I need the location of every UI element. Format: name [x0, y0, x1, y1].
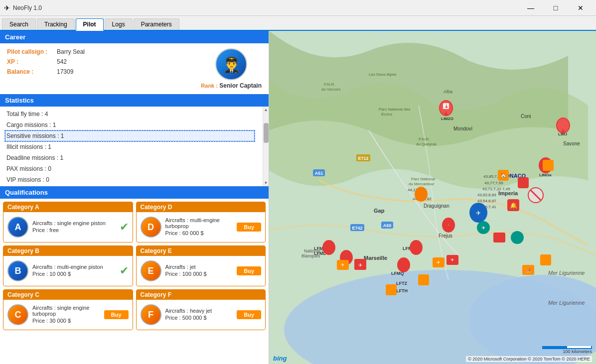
- stat-row[interactable]: Illicit missions : 1: [5, 141, 255, 152]
- svg-text:43,62;6,83: 43,62;6,83: [477, 193, 496, 197]
- category-c-buy-button[interactable]: Buy: [104, 310, 129, 319]
- svg-text:Parc National: Parc National: [411, 177, 435, 181]
- svg-text:A50: A50: [383, 223, 392, 228]
- tab-bar: Search Tracking Pilot Logs Parameters: [0, 16, 596, 31]
- svg-text:E742: E742: [352, 226, 362, 231]
- category-d-text: Aircrafts : multi-engine turboprop Price…: [165, 217, 233, 237]
- category-e-buy-button[interactable]: Buy: [237, 266, 261, 275]
- map-attribution: © 2020 Microsoft Corporation © 2020 TomT…: [466, 356, 592, 362]
- category-d-icon: D: [141, 217, 161, 238]
- category-b-owned-icon: ✔: [120, 264, 129, 277]
- map-area[interactable]: Gap Mondovì Imperia MONACO Savone Coni A…: [269, 31, 596, 364]
- svg-text:🗼: 🗼: [444, 103, 449, 109]
- svg-text:43,71;7,22 7,45: 43,71;7,22 7,45: [482, 187, 510, 191]
- career-section: Pilot callsign : Barry Seal XP : 542 Bal…: [0, 43, 269, 94]
- svg-text:Les Deux Alpes: Les Deux Alpes: [369, 72, 397, 77]
- svg-text:Marseille: Marseille: [364, 255, 387, 261]
- tab-logs[interactable]: Logs: [105, 18, 133, 30]
- stats-scrollbar[interactable]: ▲ ▼: [263, 107, 269, 186]
- svg-text:Gap: Gap: [374, 208, 385, 214]
- career-section-header: Career: [0, 31, 269, 43]
- category-f-card: Category F F Aircrafts : heavy jet Price…: [136, 289, 266, 330]
- avatar-area: 👨‍✈️ Rank : Senior Captain: [201, 48, 262, 89]
- svg-text:✈: ✈: [358, 262, 362, 268]
- svg-text:🏠: 🏠: [500, 172, 507, 179]
- tab-pilot[interactable]: Pilot: [76, 18, 104, 31]
- balance-value: 17309: [57, 68, 73, 75]
- category-b-card: Category B B Aircrafts : multi-engine pi…: [3, 245, 133, 286]
- close-button[interactable]: ✕: [569, 0, 592, 16]
- category-a-card: Category A A Aircrafts : single engine p…: [3, 202, 133, 243]
- category-a-header: Category A: [3, 202, 133, 212]
- rank-area: Rank : Senior Captain: [201, 82, 262, 89]
- svg-text:P.N.R.: P.N.R.: [324, 82, 335, 87]
- category-e-icon: E: [141, 260, 161, 281]
- category-a-actions: ✔: [120, 221, 129, 234]
- stat-row[interactable]: PAX missions : 0: [5, 163, 255, 174]
- stat-row[interactable]: Secret pax missions : 0: [5, 185, 255, 186]
- category-d-buy-button[interactable]: Buy: [237, 223, 261, 232]
- maximize-button[interactable]: □: [544, 0, 567, 16]
- avatar-icon: 👨‍✈️: [222, 56, 241, 73]
- xp-label: XP :: [7, 58, 57, 65]
- svg-text:Alba: Alba: [444, 89, 452, 94]
- title-bar: ✈ NeoFly 1.0 — □ ✕: [0, 0, 596, 16]
- svg-text:LFTZ: LFTZ: [396, 281, 407, 286]
- category-e-text: Aircrafts : jet Price : 100 000 $: [165, 264, 233, 278]
- pilot-avatar: 👨‍✈️: [215, 48, 247, 80]
- category-a-icon: A: [7, 217, 28, 238]
- map-svg: Gap Mondovì Imperia MONACO Savone Coni A…: [269, 31, 596, 364]
- tab-parameters[interactable]: Parameters: [134, 18, 179, 30]
- category-d-actions: Buy: [237, 223, 261, 232]
- category-d-price: Price : 60 000 $: [165, 230, 233, 236]
- stat-row[interactable]: VIP missions : 0: [5, 174, 255, 185]
- svg-text:✈: ✈: [481, 225, 485, 231]
- svg-rect-84: [543, 160, 554, 171]
- category-d-header: Category D: [137, 202, 266, 212]
- app-title: NeoFly 1.0: [13, 4, 519, 11]
- main-layout: Career Pilot callsign : Barry Seal XP : …: [0, 31, 596, 364]
- svg-text:du Mercantour: du Mercantour: [409, 182, 435, 186]
- category-a-price: Price : free: [32, 227, 116, 233]
- svg-text:⛵: ⛵: [526, 267, 532, 273]
- svg-text:LFTH: LFTH: [396, 288, 408, 293]
- svg-text:🗼: 🗼: [446, 223, 452, 229]
- svg-text:Mer Ligurienne: Mer Ligurienne: [548, 270, 585, 276]
- svg-text:43,77;7,69: 43,77;7,69: [484, 181, 503, 185]
- svg-text:LIMJ: LIMJ: [558, 132, 567, 136]
- scale-label: 100 kilometers: [563, 349, 592, 354]
- tab-search[interactable]: Search: [2, 18, 36, 30]
- svg-rect-99: [493, 233, 505, 243]
- category-f-buy-button[interactable]: Buy: [237, 310, 261, 319]
- category-f-price: Price : 500 000 $: [165, 315, 233, 321]
- category-f-text: Aircrafts : heavy jet Price : 500 000 $: [165, 308, 233, 322]
- balance-label: Balance :: [7, 68, 57, 75]
- minimize-button[interactable]: —: [519, 0, 542, 16]
- rank-value: Senior Captain: [219, 82, 262, 89]
- svg-text:LIMGa: LIMGa: [539, 173, 552, 177]
- statistics-list: Total fly time : 4 Cargo missions : 1 Se…: [0, 107, 263, 186]
- tab-tracking[interactable]: Tracking: [37, 18, 75, 30]
- statistics-section-header: Statistics: [0, 94, 269, 107]
- svg-text:Écrins: Écrins: [381, 112, 392, 117]
- svg-text:43,54;6,87: 43,54;6,87: [477, 199, 496, 203]
- stat-row[interactable]: Total fly time : 4: [5, 109, 255, 120]
- category-b-price: Price : 10 000 $: [32, 271, 116, 277]
- stat-row[interactable]: Cargo missions : 1: [5, 120, 255, 130]
- svg-text:🔔: 🔔: [510, 202, 517, 209]
- scrollbar-thumb[interactable]: [264, 123, 269, 143]
- xp-value: 542: [57, 58, 67, 65]
- stat-row[interactable]: Sensitive missions : 1: [5, 130, 255, 141]
- svg-rect-78: [518, 177, 529, 188]
- svg-text:✈: ✈: [437, 260, 441, 265]
- svg-text:Frejus: Frejus: [439, 233, 452, 239]
- category-c-actions: Buy: [104, 310, 129, 319]
- category-c-body: C Aircrafts : single engine turboprop Pr…: [3, 300, 133, 330]
- svg-text:E712: E712: [358, 156, 368, 161]
- category-d-card: Category D D Aircrafts : multi-engine tu…: [136, 202, 266, 243]
- stat-row[interactable]: Deadline missions : 1: [5, 152, 255, 163]
- svg-text:Savone: Savone: [563, 141, 580, 146]
- bing-logo: bing: [273, 355, 287, 362]
- category-e-aircrafts: Aircrafts : jet: [165, 264, 233, 270]
- svg-text:Mer Ligurienne: Mer Ligurienne: [548, 300, 585, 306]
